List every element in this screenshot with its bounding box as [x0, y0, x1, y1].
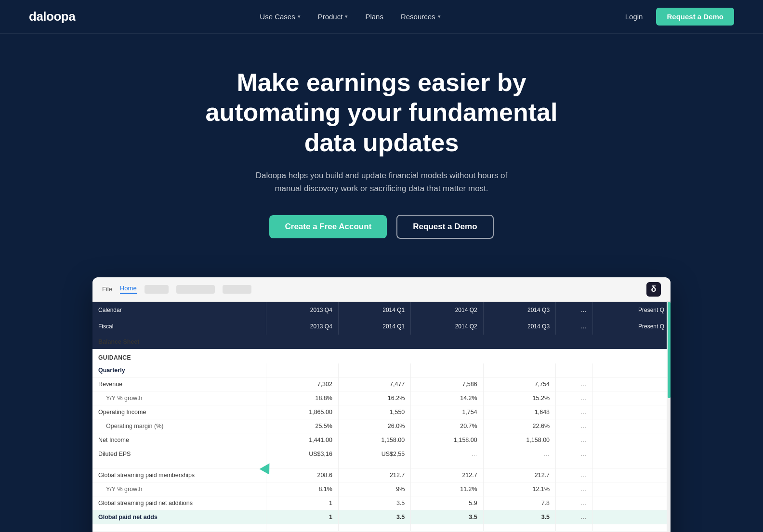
quarterly-header-row: Quarterly	[92, 363, 671, 377]
row-val6	[592, 468, 670, 482]
nav-use-cases[interactable]: Use Cases ▾	[260, 13, 300, 21]
col-fiscal-2013q4: 2013 Q4	[266, 318, 338, 335]
row-val2: 3.5	[338, 496, 410, 510]
table-row: Y/Y % growth 8.1% 9% 11.2% 12.1% …	[92, 482, 671, 496]
row-val4: 1,158.00	[483, 433, 555, 447]
row-val2: 7,477	[338, 377, 410, 391]
row-val3: 11.2%	[411, 482, 483, 496]
toolbar-logo: δ	[646, 282, 661, 297]
row-val1: 1,441.00	[266, 433, 338, 447]
row-val6	[592, 391, 670, 405]
row-dots: …	[556, 377, 593, 391]
quarterly-val1	[266, 363, 338, 377]
login-link[interactable]: Login	[625, 13, 643, 21]
row-dots: …	[556, 419, 593, 433]
row-label: Net Income	[92, 433, 266, 447]
row-val6	[592, 405, 670, 419]
chevron-down-icon: ▾	[298, 13, 301, 20]
col-fiscal-2014q1: 2014 Q1	[338, 318, 410, 335]
quarterly-val3	[411, 363, 483, 377]
row-val4: 7,754	[483, 377, 555, 391]
table-row: Global streaming paid net additions 1 3.…	[92, 496, 671, 510]
row-val3: 14.2%	[411, 391, 483, 405]
table-row: Operating Income 1,865.00 1,550 1,754 1,…	[92, 405, 671, 419]
row-val4: 1,648	[483, 405, 555, 419]
row-label: Global streaming paid memberships	[92, 468, 266, 482]
row-val2: 1,550	[338, 405, 410, 419]
row-label: Operating margin (%)	[92, 419, 266, 433]
row-dots: …	[556, 391, 593, 405]
col-fiscal: Fiscal	[92, 318, 266, 335]
fiscal-row: Fiscal 2013 Q4 2014 Q1 2014 Q2 2014 Q3 ……	[92, 318, 671, 335]
row-val1: US$3,16	[266, 447, 338, 461]
hero-buttons: Create a Free Account Request a Demo	[269, 215, 493, 239]
table-row: Operating margin (%) 25.5% 26.0% 20.7% 2…	[92, 419, 671, 433]
row-val6	[592, 377, 670, 391]
row-val2: 3.5	[338, 510, 410, 524]
col-present-q: Present Q	[592, 302, 670, 318]
row-val3: 3.5	[411, 510, 483, 524]
spreadsheet-preview: File Home δ Calendar 2013 Q4 2014 Q1 201…	[92, 277, 671, 532]
row-val3: …	[411, 447, 483, 461]
row-val1: 1	[266, 510, 338, 524]
row-val4: 3.5	[483, 510, 555, 524]
row-val3: 20.7%	[411, 419, 483, 433]
table-row	[92, 524, 671, 531]
table-row: Y/Y % growth 18.8% 16.2% 14.2% 15.2% …	[92, 391, 671, 405]
row-val2: 26.0%	[338, 419, 410, 433]
row-val6	[592, 433, 670, 447]
quarterly-val6	[592, 363, 670, 377]
col-2013q4: 2013 Q4	[266, 302, 338, 318]
table-row: Net Income 1,441.00 1,158.00 1,158.00 1,…	[92, 433, 671, 447]
navbar: daloopa Use Cases ▾ Product ▾ Plans Reso…	[0, 0, 763, 34]
row-val4: …	[483, 447, 555, 461]
row-val3: 5.9	[411, 496, 483, 510]
create-account-button[interactable]: Create a Free Account	[269, 215, 387, 238]
row-label: Y/Y % growth	[92, 391, 266, 405]
spreadsheet-toolbar: File Home δ	[92, 277, 671, 302]
guidance-header-row: GUIDANCE	[92, 349, 671, 363]
col-fiscal-2014q2: 2014 Q2	[411, 318, 483, 335]
nav-plans[interactable]: Plans	[365, 13, 383, 21]
toolbar-home[interactable]: Home	[120, 285, 137, 294]
hero-section: Make earnings easier by automating your …	[0, 34, 763, 268]
row-val1: 1	[266, 496, 338, 510]
col-calendar: Calendar	[92, 302, 266, 318]
toolbar-file[interactable]: File	[102, 285, 112, 293]
row-label: Y/Y % growth	[92, 482, 266, 496]
row-val6	[592, 482, 670, 496]
nav-links: Use Cases ▾ Product ▾ Plans Resources ▾	[260, 13, 440, 21]
guidance-label: GUIDANCE	[92, 349, 671, 363]
logo[interactable]: daloopa	[29, 9, 75, 24]
quarterly-val2	[338, 363, 410, 377]
toolbar-pill-2	[176, 285, 215, 294]
row-spacer	[92, 524, 266, 531]
row-label-bold: Global paid net adds	[92, 510, 266, 524]
row-val2: 16.2%	[338, 391, 410, 405]
row-dots: …	[556, 405, 593, 419]
scrollbar-track[interactable]	[667, 302, 671, 532]
nav-resources[interactable]: Resources ▾	[401, 13, 441, 21]
row-dots: …	[556, 447, 593, 461]
row-dots: …	[556, 496, 593, 510]
row-dots: …	[556, 468, 593, 482]
balance-sheet-label: Balance Sheet	[92, 335, 671, 350]
row-dots: …	[556, 510, 593, 524]
row-val6	[592, 419, 670, 433]
chevron-down-icon: ▾	[345, 13, 348, 20]
row-val3: 1,158.00	[411, 433, 483, 447]
request-demo-nav-button[interactable]: Request a Demo	[656, 8, 734, 26]
balance-sheet-row: Balance Sheet	[92, 335, 671, 350]
request-demo-hero-button[interactable]: Request a Demo	[396, 215, 493, 239]
col-fiscal-present-q: Present Q	[592, 318, 670, 335]
quarterly-val4	[483, 363, 555, 377]
col-2014q3: 2014 Q3	[483, 302, 555, 318]
scrollbar-thumb[interactable]	[668, 302, 671, 398]
calendar-row: Calendar 2013 Q4 2014 Q1 2014 Q2 2014 Q3…	[92, 302, 671, 318]
row-val1: 18.8%	[266, 391, 338, 405]
row-val1: 25.5%	[266, 419, 338, 433]
nav-product[interactable]: Product ▾	[318, 13, 348, 21]
row-dots: …	[556, 433, 593, 447]
row-val2: 9%	[338, 482, 410, 496]
row-val6	[592, 496, 670, 510]
